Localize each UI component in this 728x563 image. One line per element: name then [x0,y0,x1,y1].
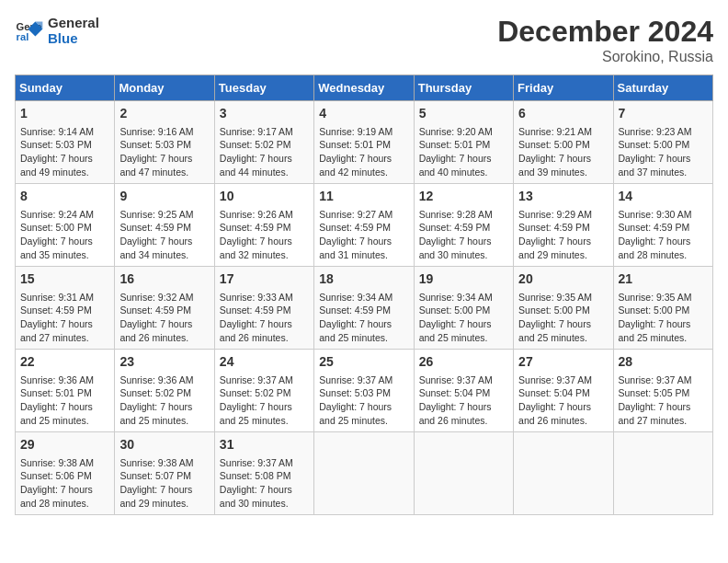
svg-text:ral: ral [17,31,29,42]
day-number: 24 [220,353,309,372]
calendar-cell: 4 Sunrise: 9:19 AMSunset: 5:01 PMDayligh… [314,101,414,184]
day-number: 2 [119,105,209,123]
day-of-week-header: Wednesday [314,75,414,101]
day-detail: Sunrise: 9:38 AMSunset: 5:06 PMDaylight:… [20,456,109,511]
calendar-cell: 29 Sunrise: 9:38 AMSunset: 5:06 PMDaylig… [16,432,115,515]
logo-line1: General [48,15,99,30]
day-detail: Sunrise: 9:33 AMSunset: 4:59 PMDaylight:… [220,291,309,345]
calendar-title: December 2024 [497,15,713,49]
day-detail: Sunrise: 9:17 AMSunset: 5:02 PMDaylight:… [220,125,309,179]
day-number: 29 [20,436,109,454]
calendar-cell: 20 Sunrise: 9:35 AMSunset: 5:00 PMDaylig… [514,267,613,350]
calendar-cell: 8 Sunrise: 9:24 AMSunset: 5:00 PMDayligh… [16,184,115,267]
calendar-cell [613,432,712,515]
day-number: 8 [20,188,109,206]
header: Gene ral General Blue December 2024 Soro… [15,15,713,65]
day-number: 5 [419,105,508,123]
calendar-cell [514,432,613,515]
day-of-week-header: Thursday [414,75,513,101]
calendar-subtitle: Sorokino, Russia [497,49,713,65]
title-section: December 2024 Sorokino, Russia [497,15,713,65]
calendar-cell: 14 Sunrise: 9:30 AMSunset: 4:59 PMDaylig… [613,184,712,267]
day-number: 30 [119,436,209,454]
day-number: 18 [319,270,408,289]
calendar-cell: 10 Sunrise: 9:26 AMSunset: 4:59 PMDaylig… [214,184,313,267]
day-of-week-header: Sunday [16,75,115,101]
day-detail: Sunrise: 9:37 AMSunset: 5:02 PMDaylight:… [220,373,309,428]
calendar-cell: 11 Sunrise: 9:27 AMSunset: 4:59 PMDaylig… [314,184,414,267]
calendar-cell: 26 Sunrise: 9:37 AMSunset: 5:04 PMDaylig… [414,350,513,432]
calendar-cell: 12 Sunrise: 9:28 AMSunset: 4:59 PMDaylig… [414,184,513,267]
day-number: 6 [518,105,608,123]
day-number: 13 [518,188,608,206]
day-detail: Sunrise: 9:36 AMSunset: 5:02 PMDaylight:… [119,373,209,428]
calendar-cell: 27 Sunrise: 9:37 AMSunset: 5:04 PMDaylig… [514,350,613,432]
day-detail: Sunrise: 9:37 AMSunset: 5:04 PMDaylight:… [419,373,508,428]
day-detail: Sunrise: 9:28 AMSunset: 4:59 PMDaylight:… [419,208,508,262]
calendar-cell: 2 Sunrise: 9:16 AMSunset: 5:03 PMDayligh… [115,101,214,184]
calendar-cell: 30 Sunrise: 9:38 AMSunset: 5:07 PMDaylig… [115,432,214,515]
day-detail: Sunrise: 9:24 AMSunset: 5:00 PMDaylight:… [20,208,109,262]
day-of-week-header: Saturday [613,75,712,101]
day-number: 28 [619,353,708,372]
day-number: 15 [20,270,109,289]
calendar-cell: 9 Sunrise: 9:25 AMSunset: 4:59 PMDayligh… [115,184,214,267]
day-number: 1 [20,105,109,123]
day-detail: Sunrise: 9:35 AMSunset: 5:00 PMDaylight:… [518,291,608,345]
day-number: 22 [20,353,109,372]
day-number: 10 [220,188,309,206]
day-detail: Sunrise: 9:25 AMSunset: 4:59 PMDaylight:… [119,208,209,262]
day-number: 31 [220,436,309,454]
day-detail: Sunrise: 9:27 AMSunset: 4:59 PMDaylight:… [319,208,408,262]
day-of-week-header: Tuesday [214,75,313,101]
calendar-cell: 31 Sunrise: 9:37 AMSunset: 5:08 PMDaylig… [214,432,313,515]
day-detail: Sunrise: 9:31 AMSunset: 4:59 PMDaylight:… [20,291,109,345]
day-detail: Sunrise: 9:37 AMSunset: 5:08 PMDaylight:… [220,456,309,511]
day-number: 21 [619,270,708,289]
calendar-cell: 23 Sunrise: 9:36 AMSunset: 5:02 PMDaylig… [115,350,214,432]
day-of-week-header: Monday [115,75,214,101]
calendar-cell: 16 Sunrise: 9:32 AMSunset: 4:59 PMDaylig… [115,267,214,350]
day-detail: Sunrise: 9:30 AMSunset: 4:59 PMDaylight:… [619,208,708,262]
day-detail: Sunrise: 9:37 AMSunset: 5:05 PMDaylight:… [619,373,708,428]
day-number: 23 [119,353,209,372]
day-number: 3 [220,105,309,123]
day-number: 20 [518,270,608,289]
calendar-cell: 6 Sunrise: 9:21 AMSunset: 5:00 PMDayligh… [514,101,613,184]
day-detail: Sunrise: 9:34 AMSunset: 4:59 PMDaylight:… [319,291,408,345]
day-number: 14 [619,188,708,206]
day-detail: Sunrise: 9:34 AMSunset: 5:00 PMDaylight:… [419,291,508,345]
day-number: 4 [319,105,408,123]
day-number: 26 [419,353,508,372]
day-detail: Sunrise: 9:21 AMSunset: 5:00 PMDaylight:… [518,125,608,179]
day-detail: Sunrise: 9:19 AMSunset: 5:01 PMDaylight:… [319,125,408,179]
logo: Gene ral General Blue [15,15,99,46]
calendar-cell: 15 Sunrise: 9:31 AMSunset: 4:59 PMDaylig… [16,267,115,350]
day-detail: Sunrise: 9:23 AMSunset: 5:00 PMDaylight:… [619,125,708,179]
calendar-cell: 5 Sunrise: 9:20 AMSunset: 5:01 PMDayligh… [414,101,513,184]
day-number: 11 [319,188,408,206]
day-detail: Sunrise: 9:32 AMSunset: 4:59 PMDaylight:… [119,291,209,345]
calendar-cell: 1 Sunrise: 9:14 AMSunset: 5:03 PMDayligh… [16,101,115,184]
calendar-cell: 17 Sunrise: 9:33 AMSunset: 4:59 PMDaylig… [214,267,313,350]
calendar-cell: 25 Sunrise: 9:37 AMSunset: 5:03 PMDaylig… [314,350,414,432]
day-detail: Sunrise: 9:38 AMSunset: 5:07 PMDaylight:… [119,456,209,511]
day-number: 9 [119,188,209,206]
calendar-cell [314,432,414,515]
day-of-week-header: Friday [514,75,613,101]
day-detail: Sunrise: 9:20 AMSunset: 5:01 PMDaylight:… [419,125,508,179]
day-detail: Sunrise: 9:29 AMSunset: 4:59 PMDaylight:… [518,208,608,262]
day-number: 7 [619,105,708,123]
calendar-cell: 19 Sunrise: 9:34 AMSunset: 5:00 PMDaylig… [414,267,513,350]
day-detail: Sunrise: 9:37 AMSunset: 5:04 PMDaylight:… [518,373,608,428]
calendar-cell: 21 Sunrise: 9:35 AMSunset: 5:00 PMDaylig… [613,267,712,350]
calendar-cell [414,432,513,515]
calendar-cell: 24 Sunrise: 9:37 AMSunset: 5:02 PMDaylig… [214,350,313,432]
calendar-table: SundayMondayTuesdayWednesdayThursdayFrid… [15,75,713,515]
day-number: 19 [419,270,508,289]
day-number: 12 [419,188,508,206]
day-detail: Sunrise: 9:35 AMSunset: 5:00 PMDaylight:… [619,291,708,345]
calendar-cell: 3 Sunrise: 9:17 AMSunset: 5:02 PMDayligh… [214,101,313,184]
logo-icon: Gene ral [15,16,44,45]
day-detail: Sunrise: 9:26 AMSunset: 4:59 PMDaylight:… [220,208,309,262]
